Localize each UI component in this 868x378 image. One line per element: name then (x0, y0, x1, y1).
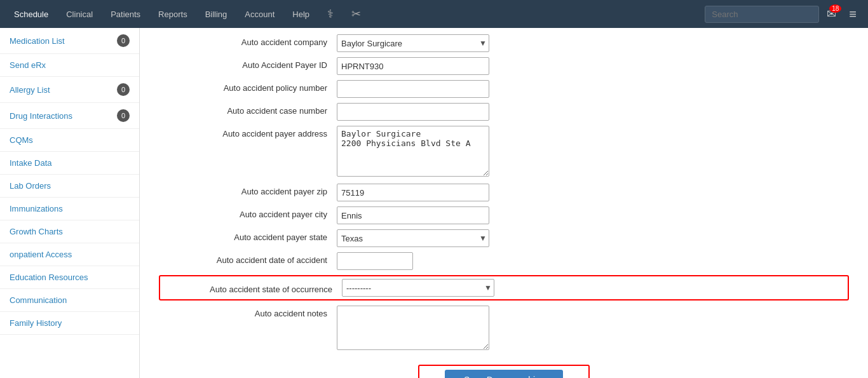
field-auto-accident-date: Auto accident date of accident (159, 252, 849, 270)
label-auto-accident-payer-id: Auto Accident Payer ID (159, 57, 337, 70)
sidebar-label-lab-orders: Lab Orders (10, 181, 51, 191)
sidebar-label-medication-list: Medication List (10, 36, 65, 46)
nav-schedule[interactable]: Schedule (6, 6, 56, 23)
input-auto-accident-payer-city[interactable] (337, 206, 489, 224)
label-auto-accident-company: Auto accident company (159, 34, 337, 47)
sidebar-item-growth-charts[interactable]: Growth Charts (0, 220, 139, 243)
save-area: Save Demographics (159, 365, 849, 378)
label-auto-accident-notes: Auto accident notes (159, 306, 337, 318)
field-auto-accident-payer-city: Auto accident payer city (159, 206, 849, 224)
sidebar-label-immunizations: Immunizations (10, 204, 63, 213)
sidebar-item-education-resources[interactable]: Education Resources (0, 266, 139, 289)
label-auto-accident-date: Auto accident date of accident (159, 252, 337, 265)
sidebar-item-immunizations[interactable]: Immunizations (0, 198, 139, 220)
label-auto-accident-policy-number: Auto accident policy number (159, 80, 337, 93)
select-auto-accident-payer-state[interactable]: Texas California Florida (337, 229, 489, 247)
control-auto-accident-company: ▼ (337, 34, 489, 52)
control-auto-accident-date (337, 252, 489, 270)
sidebar-item-onpatient-access[interactable]: onpatient Access (0, 243, 139, 266)
sidebar-item-medication-list[interactable]: Medication List 0 (0, 28, 139, 54)
sidebar-label-education-resources: Education Resources (10, 273, 88, 282)
control-auto-accident-policy-number (337, 80, 489, 98)
nav-special2[interactable]: ✂ (344, 3, 369, 25)
field-auto-accident-payer-id: Auto Accident Payer ID (159, 57, 849, 75)
sidebar-badge-medication-list: 0 (117, 34, 130, 47)
field-auto-accident-notes: Auto accident notes (159, 306, 849, 352)
control-auto-accident-payer-zip (337, 184, 489, 201)
field-auto-accident-company: Auto accident company ▼ (159, 34, 849, 52)
company-dropdown-arrow[interactable]: ▼ (479, 39, 487, 48)
textarea-auto-accident-payer-address[interactable]: Baylor Surgicare 2200 Physicians Blvd St… (337, 126, 489, 177)
sidebar-badge-allergy-list: 0 (117, 83, 130, 96)
sidebar-item-send-erx[interactable]: Send eRx (0, 54, 139, 77)
main-content: Auto accident company ▼ Auto Accident Pa… (140, 28, 868, 378)
top-nav: Schedule Clinical Patients Reports Billi… (0, 0, 868, 28)
field-auto-accident-policy-number: Auto accident policy number (159, 80, 849, 98)
nav-patients[interactable]: Patients (103, 6, 148, 23)
sidebar-badge-drug-interactions: 0 (117, 109, 130, 122)
sidebar: Medication List 0 Send eRx Allergy List … (0, 28, 140, 378)
input-auto-accident-date[interactable] (337, 252, 413, 270)
sidebar-label-intake-data: Intake Data (10, 158, 52, 168)
mail-icon-btn[interactable]: ✉ 18 (822, 4, 841, 24)
control-auto-accident-notes (337, 306, 489, 352)
textarea-auto-accident-notes[interactable] (337, 306, 489, 350)
save-button-wrapper: Save Demographics (418, 365, 590, 378)
nav-billing[interactable]: Billing (198, 6, 235, 23)
field-auto-accident-payer-state: Auto accident payer state Texas Californ… (159, 229, 849, 247)
control-auto-accident-payer-state: Texas California Florida ▼ (337, 229, 489, 247)
search-input[interactable] (705, 6, 819, 23)
sidebar-label-cqms: CQMs (10, 135, 33, 145)
field-auto-accident-case-number: Auto accident case number (159, 103, 849, 121)
nav-special1[interactable]: ⚕ (320, 3, 341, 25)
save-demographics-button[interactable]: Save Demographics (445, 370, 563, 378)
label-auto-accident-payer-zip: Auto accident payer zip (159, 184, 337, 196)
label-auto-accident-payer-city: Auto accident payer city (159, 206, 337, 219)
field-auto-accident-state-occurrence-highlighted: Auto accident state of occurrence ------… (159, 275, 849, 300)
input-auto-accident-payer-id[interactable] (337, 57, 489, 75)
control-auto-accident-case-number (337, 103, 489, 121)
sidebar-label-family-history: Family History (10, 318, 62, 328)
nav-clinical[interactable]: Clinical (58, 6, 100, 23)
input-auto-accident-company[interactable] (337, 34, 489, 52)
sidebar-item-drug-interactions[interactable]: Drug Interactions 0 (0, 103, 139, 129)
control-auto-accident-state-occurrence: --------- Texas California ▼ (342, 279, 494, 297)
sidebar-item-communication[interactable]: Communication (0, 289, 139, 312)
field-auto-accident-payer-address: Auto accident payer address Baylor Surgi… (159, 126, 849, 179)
label-auto-accident-state-occurrence: Auto accident state of occurrence (164, 281, 342, 294)
control-auto-accident-payer-address: Baylor Surgicare 2200 Physicians Blvd St… (337, 126, 489, 179)
main-layout: Medication List 0 Send eRx Allergy List … (0, 28, 868, 378)
field-auto-accident-payer-zip: Auto accident payer zip (159, 184, 849, 201)
control-auto-accident-payer-id (337, 57, 489, 75)
input-auto-accident-policy-number[interactable] (337, 80, 489, 98)
label-auto-accident-case-number: Auto accident case number (159, 103, 337, 116)
input-auto-accident-case-number[interactable] (337, 103, 489, 121)
sidebar-label-onpatient-access: onpatient Access (10, 250, 72, 259)
mail-badge: 18 (829, 4, 841, 13)
nav-account[interactable]: Account (237, 6, 282, 23)
select-auto-accident-state-occurrence[interactable]: --------- Texas California (342, 279, 494, 297)
sidebar-label-drug-interactions: Drug Interactions (10, 111, 72, 121)
sidebar-label-send-erx: Send eRx (10, 60, 46, 70)
label-auto-accident-payer-address: Auto accident payer address (159, 126, 337, 138)
nav-reports[interactable]: Reports (151, 6, 195, 23)
sidebar-item-cqms[interactable]: CQMs (0, 129, 139, 152)
control-auto-accident-payer-city (337, 206, 489, 224)
nav-help[interactable]: Help (285, 6, 317, 23)
label-auto-accident-payer-state: Auto accident payer state (159, 229, 337, 242)
input-auto-accident-payer-zip[interactable] (337, 184, 489, 201)
sidebar-label-communication: Communication (10, 295, 67, 305)
sidebar-item-family-history[interactable]: Family History (0, 312, 139, 335)
sidebar-label-growth-charts: Growth Charts (10, 227, 63, 236)
sidebar-label-allergy-list: Allergy List (10, 85, 50, 95)
sidebar-item-allergy-list[interactable]: Allergy List 0 (0, 77, 139, 103)
sidebar-item-intake-data[interactable]: Intake Data (0, 152, 139, 175)
hamburger-menu-icon[interactable]: ≡ (844, 4, 862, 24)
sidebar-item-lab-orders[interactable]: Lab Orders (0, 175, 139, 198)
